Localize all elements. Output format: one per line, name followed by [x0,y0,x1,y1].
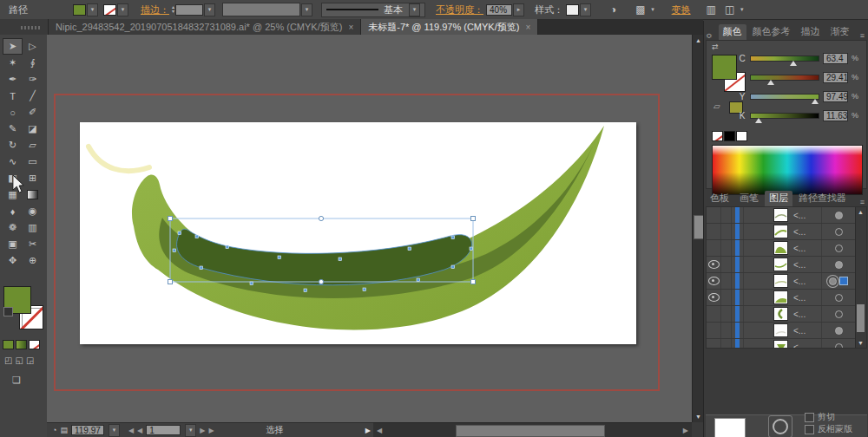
layer-name[interactable]: <... [790,224,821,239]
slider-thumb[interactable] [812,99,819,104]
layer-thumbnail[interactable] [772,323,790,338]
layer-target-cell[interactable] [821,290,856,305]
lock-toggle[interactable] [721,257,732,272]
lock-toggle[interactable] [721,323,732,338]
lock-toggle[interactable] [721,339,732,349]
direct-selection-tool[interactable]: ▷ [23,38,43,55]
layer-thumbnail[interactable] [772,207,790,223]
close-icon[interactable]: × [348,23,353,32]
swap-fill-stroke-icon[interactable]: ⇄ [712,42,722,51]
pepper-stem-crescent[interactable] [89,147,149,171]
stroke-weight-stepper[interactable]: ▴▾ [172,5,174,14]
tab-gradient[interactable]: 渐变 [826,24,854,40]
type-tool[interactable]: T [3,88,23,104]
layer-name[interactable]: <... [790,290,821,305]
layer-thumbnail[interactable] [772,224,790,239]
tools-panel-grip[interactable] [0,19,49,35]
visibility-toggle[interactable] [707,240,721,256]
layer-row[interactable]: <... [707,273,856,290]
invert-mask-checkbox[interactable]: 反相蒙版 [805,423,852,435]
draw-behind-icon[interactable]: ◱ [15,355,23,365]
close-icon[interactable]: × [525,23,530,32]
lock-toggle[interactable] [721,224,732,239]
lock-toggle[interactable] [721,240,732,256]
horizontal-scrollbar[interactable]: ◀ ▶ [373,422,692,437]
stroke-caret-icon[interactable]: ▾ [117,3,128,16]
none-swatch[interactable] [712,131,723,141]
eyedropper-tool[interactable]: ♦ [3,203,23,219]
slider-value-field[interactable]: 97.49 [823,91,848,102]
tab-color[interactable]: 颜色 [719,24,746,40]
style-swatch[interactable] [566,4,579,16]
visibility-toggle[interactable] [707,323,721,338]
layer-thumbnail[interactable] [772,240,790,256]
layer-target-cell[interactable] [821,306,856,322]
stroke-color-swatch[interactable] [103,4,116,16]
status-export-icon[interactable]: ▤ [60,426,68,434]
layer-name[interactable]: <... [790,240,821,256]
paintbrush-tool[interactable]: ✐ [23,104,43,121]
default-fill-stroke-icon[interactable] [3,307,13,316]
target-icon[interactable] [835,294,843,302]
slider-value-field[interactable]: 29.41 [823,72,848,83]
layer-name[interactable]: <... [790,257,821,272]
color-mode-button[interactable] [3,340,14,349]
layers-scroll-thumb[interactable] [857,304,865,332]
invert-checkbox-box[interactable] [805,425,814,434]
slider-track[interactable] [750,75,819,81]
slider-value-field[interactable]: 63.4 [823,53,848,64]
layer-thumbnail[interactable] [772,306,790,322]
pencil-tool[interactable]: ✎ [3,121,23,137]
slider-thumb[interactable] [790,61,797,66]
slider-track[interactable] [750,55,819,62]
out-of-gamut-icon[interactable]: ▱ [713,101,720,111]
layer-name[interactable]: <... [790,273,821,289]
selection-tool[interactable]: ➤ [3,38,23,55]
pepper-artwork[interactable] [80,122,636,344]
hand-tool[interactable]: ✥ [3,252,23,269]
panel-menu-icon[interactable]: ≡ [860,31,867,40]
layer-row[interactable]: <... [707,323,856,339]
layer-row[interactable]: <... [707,224,856,240]
layer-thumbnail[interactable] [772,339,790,349]
curvature-tool[interactable]: ✑ [23,71,43,88]
canvas-area[interactable] [47,35,692,422]
none-mode-button[interactable] [29,340,40,349]
opacity-mask-caret-icon[interactable]: ▾ [648,4,658,16]
visibility-toggle[interactable] [707,273,721,289]
scroll-right-icon[interactable]: ▶ [683,427,688,434]
layer-row[interactable]: <... [707,306,856,323]
first-artboard-icon[interactable]: ◀ [128,427,134,434]
layer-name[interactable]: <... [790,339,821,349]
slider-track[interactable] [750,113,819,119]
layers-scrollbar[interactable]: ▲ ▼ [855,207,866,348]
layer-name[interactable]: <... [790,207,821,223]
doc-tab-nipic[interactable]: Nipic_29483542_20190705184832731089.ai* … [49,19,361,35]
target-icon[interactable] [835,245,843,252]
white-swatch[interactable] [736,131,747,141]
draw-normal-icon[interactable]: ◰ [4,355,12,365]
lasso-tool[interactable]: ∮ [23,55,43,71]
visibility-toggle[interactable] [707,224,721,239]
scroll-left-icon[interactable]: ◀ [377,427,382,434]
align-icon[interactable]: ▥ [707,0,716,19]
stroke-style-dropdown[interactable]: 基本 ▾ [321,3,425,17]
visibility-toggle[interactable] [707,207,721,223]
last-artboard-icon[interactable]: ▶ [208,427,214,434]
slider-thumb[interactable] [767,80,774,85]
opacity-caret-icon[interactable]: ▸ [513,3,524,16]
vertical-scrollbar[interactable]: ▲ ▼ [692,35,704,422]
width-tool[interactable]: ∿ [3,153,23,170]
scroll-down-icon[interactable]: ▼ [695,414,701,420]
pen-tool[interactable]: ✒ [3,71,23,88]
layer-target-cell[interactable] [821,224,856,239]
color-spectrum[interactable] [712,145,863,195]
screen-mode-button[interactable]: ❏ [12,375,21,386]
scroll-up-icon[interactable]: ▲ [695,37,701,43]
brush-definition-dropdown[interactable] [222,3,300,16]
artboard[interactable] [80,122,636,344]
layer-row[interactable]: <... [707,240,856,257]
layers-menu-icon[interactable]: ≡ [860,198,867,206]
slice-tool[interactable]: ✂ [23,236,43,252]
visibility-toggle[interactable] [707,290,721,305]
